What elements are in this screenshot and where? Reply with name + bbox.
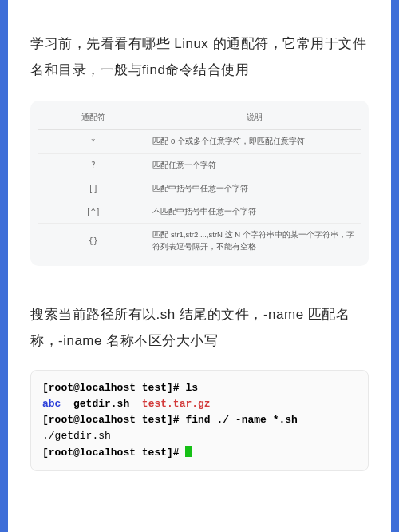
wildcard-desc: 匹配中括号中任意一个字符 [148, 177, 361, 200]
terminal-prompt: [root@localhost test]# [42, 447, 180, 459]
table-row: ? 匹配任意一个字符 [38, 153, 361, 177]
wildcard-symbol: ? [38, 153, 148, 177]
wildcard-symbol: * [38, 130, 148, 153]
terminal-command: ls [185, 382, 198, 394]
intro-paragraph: 学习前，先看看有哪些 Linux 的通配符，它常用于文件名和目录，一般与find… [30, 30, 369, 83]
terminal-file: getdir.sh [73, 398, 129, 410]
terminal-archive: test.tar.gz [142, 398, 211, 410]
wildcard-table-container: 通配符 说明 * 匹配 0 个或多个任意字符，即匹配任意字符 ? 匹配任意一个字… [30, 101, 369, 266]
wildcard-symbol: [^] [38, 200, 148, 224]
table-row: * 匹配 0 个或多个任意字符，即匹配任意字符 [38, 130, 361, 153]
wildcard-symbol: [] [38, 177, 148, 200]
terminal-prompt: [root@localhost test]# [42, 382, 180, 394]
table-row: [^] 不匹配中括号中任意一个字符 [38, 200, 361, 224]
table-row: {} 匹配 str1,str2,...,strN 这 N 个字符串中的某一个字符… [38, 224, 361, 258]
table-header-desc: 说明 [148, 107, 361, 130]
wildcard-table: 通配符 说明 * 匹配 0 个或多个任意字符，即匹配任意字符 ? 匹配任意一个字… [38, 107, 361, 258]
table-row: [] 匹配中括号中任意一个字符 [38, 177, 361, 200]
terminal-dir: abc [42, 398, 61, 410]
wildcard-desc: 不匹配中括号中任意一个字符 [148, 200, 361, 224]
wildcard-desc: 匹配任意一个字符 [148, 153, 361, 177]
terminal-block: [root@localhost test]# ls abc getdir.sh … [30, 370, 369, 471]
wildcard-desc: 匹配 str1,str2,...,strN 这 N 个字符串中的某一个字符串，字… [148, 224, 361, 258]
mid-paragraph: 搜索当前路径所有以.sh 结尾的文件，-name 匹配名称，-iname 名称不… [30, 301, 369, 354]
terminal-output: ./getdir.sh [42, 430, 111, 442]
cursor-icon [185, 446, 192, 457]
terminal-command: find ./ -name *.sh [185, 414, 297, 426]
terminal-prompt: [root@localhost test]# [42, 414, 180, 426]
wildcard-desc: 匹配 0 个或多个任意字符，即匹配任意字符 [148, 130, 361, 153]
wildcard-symbol: {} [38, 224, 148, 258]
table-header-symbol: 通配符 [38, 107, 148, 130]
